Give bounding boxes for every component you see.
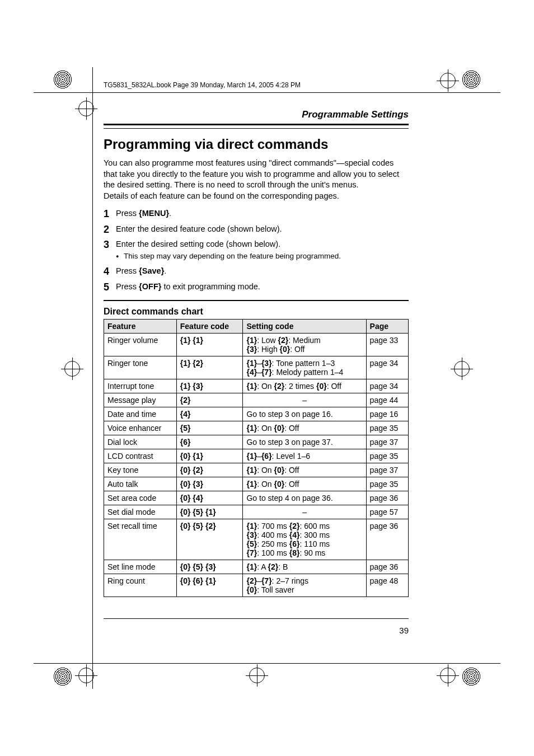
feature-cell: Dial lock xyxy=(104,435,177,449)
table-header: Page xyxy=(366,320,408,334)
page-cell: page 33 xyxy=(366,334,408,356)
feature-cell: Auto talk xyxy=(104,477,177,491)
crop-line xyxy=(92,67,93,689)
feature-cell: Message play xyxy=(104,393,177,407)
chart-heading: Direct commands chart xyxy=(104,307,409,317)
page-cell: page 36 xyxy=(366,519,408,560)
page-cell: page 35 xyxy=(366,449,408,463)
table-row: Interrupt tone{1} {3}{1}: On {2}: 2 time… xyxy=(104,379,409,393)
page-cell: page 35 xyxy=(366,421,408,435)
table-row: Set dial mode{0} {5} {1}–page 57 xyxy=(104,505,409,519)
page-number: 39 xyxy=(104,626,409,635)
registration-mark xyxy=(440,73,456,88)
crop-line xyxy=(34,663,500,664)
table-row: Ringer tone{1} {2}{1}–{3}: Tone pattern … xyxy=(104,356,409,379)
feature-cell: Set dial mode xyxy=(104,505,177,519)
setting-code-cell: {1}: On {0}: Off xyxy=(243,463,366,477)
feature-code-cell: {0} {4} xyxy=(176,491,243,505)
setting-code-cell: – xyxy=(243,505,366,519)
table-row: Set area code{0} {4}Go to step 4 on page… xyxy=(104,491,409,505)
feature-code-cell: {0} {2} xyxy=(176,463,243,477)
feature-code-cell: {6} xyxy=(176,435,243,449)
setting-code-cell: {1}: On {2}: 2 times {0}: Off xyxy=(243,379,366,393)
page-cell: page 34 xyxy=(366,379,408,393)
printers-mark xyxy=(53,70,72,89)
setting-code-cell: {1}: On {0}: Off xyxy=(243,477,366,491)
page-cell: page 44 xyxy=(366,393,408,407)
registration-mark xyxy=(454,361,470,377)
table-header: Feature code xyxy=(176,320,243,334)
table-row: Set recall time{0} {5} {2}{1}: 700 ms {2… xyxy=(104,519,409,560)
feature-code-cell: {0} {1} xyxy=(176,449,243,463)
steps-list: 1Press MENU.2Enter the desired feature c… xyxy=(104,208,409,292)
table-row: Ring count{0} {6} {1}{2}–{7}: 2–7 rings{… xyxy=(104,574,409,597)
page-cell: page 37 xyxy=(366,435,408,449)
feature-code-cell: {4} xyxy=(176,407,243,421)
page-cell: page 37 xyxy=(366,463,408,477)
step-sub: This step may vary depending on the feat… xyxy=(116,251,409,261)
page-cell: page 57 xyxy=(366,505,408,519)
registration-mark xyxy=(249,668,265,683)
page-cell: page 36 xyxy=(366,491,408,505)
registration-mark xyxy=(78,101,94,116)
feature-code-cell: {1} {2} xyxy=(176,356,243,379)
setting-code-cell: Go to step 3 on page 37. xyxy=(243,435,366,449)
setting-code-cell: {1}: Low {2}: Medium{3}: High {0}: Off xyxy=(243,334,366,356)
setting-code-cell: {1}: 700 ms {2}: 600 ms{3}: 400 ms {4}: … xyxy=(243,519,366,560)
page-cell: page 36 xyxy=(366,560,408,574)
footer-rule xyxy=(104,618,409,619)
registration-mark xyxy=(78,668,94,683)
rule xyxy=(104,300,409,301)
feature-code-cell: {0} {5} {1} xyxy=(176,505,243,519)
page-cell: page 48 xyxy=(366,574,408,597)
table-row: Date and time{4}Go to step 3 on page 16.… xyxy=(104,407,409,421)
setting-code-cell: {1}: A {2}: B xyxy=(243,560,366,574)
feature-cell: Voice enhancer xyxy=(104,421,177,435)
page-cell: page 16 xyxy=(366,407,408,421)
table-row: Set line mode{0} {5} {3}{1}: A {2}: Bpag… xyxy=(104,560,409,574)
registration-mark xyxy=(440,668,456,683)
page-cell: page 35 xyxy=(366,477,408,491)
table-row: LCD contrast{0} {1}{1}–{6}: Level 1–6pag… xyxy=(104,449,409,463)
feature-cell: Set line mode xyxy=(104,560,177,574)
table-header: Setting code xyxy=(243,320,366,334)
printers-mark xyxy=(462,70,481,89)
feature-code-cell: {2} xyxy=(176,393,243,407)
direct-commands-table: FeatureFeature codeSetting codePage Ring… xyxy=(104,319,409,597)
registration-mark xyxy=(64,361,80,377)
printers-mark xyxy=(53,667,72,686)
double-rule xyxy=(104,124,409,129)
table-row: Auto talk{0} {3}{1}: On {0}: Offpage 35 xyxy=(104,477,409,491)
feature-cell: Set recall time xyxy=(104,519,177,560)
feature-cell: Date and time xyxy=(104,407,177,421)
setting-code-cell: {1}: On {0}: Off xyxy=(243,421,366,435)
step-item: 1Press MENU. xyxy=(104,208,409,219)
feature-cell: Ringer volume xyxy=(104,334,177,356)
feature-code-cell: {1} {1} xyxy=(176,334,243,356)
feature-cell: Set area code xyxy=(104,491,177,505)
crop-line xyxy=(34,92,500,93)
intro-paragraph: You can also programme most features usi… xyxy=(104,158,409,201)
setting-code-cell: – xyxy=(243,393,366,407)
feature-code-cell: {0} {5} {2} xyxy=(176,519,243,560)
step-item: 4Press Save. xyxy=(104,266,409,277)
feature-cell: Ringer tone xyxy=(104,356,177,379)
feature-cell: Interrupt tone xyxy=(104,379,177,393)
step-item: 5Press OFF to exit programming mode. xyxy=(104,281,409,293)
feature-code-cell: {5} xyxy=(176,421,243,435)
running-head: TG5831_5832AL.book Page 39 Monday, March… xyxy=(104,81,301,89)
setting-code-cell: Go to step 3 on page 16. xyxy=(243,407,366,421)
setting-code-cell: {1}–{3}: Tone pattern 1–3{4}–{7}: Melody… xyxy=(243,356,366,379)
table-row: Voice enhancer{5}{1}: On {0}: Offpage 35 xyxy=(104,421,409,435)
table-row: Ringer volume{1} {1}{1}: Low {2}: Medium… xyxy=(104,334,409,356)
feature-code-cell: {1} {3} xyxy=(176,379,243,393)
table-row: Key tone{0} {2}{1}: On {0}: Offpage 37 xyxy=(104,463,409,477)
page-title: Programming via direct commands xyxy=(104,137,409,152)
table-row: Dial lock{6}Go to step 3 on page 37.page… xyxy=(104,435,409,449)
setting-code-cell: Go to step 4 on page 36. xyxy=(243,491,366,505)
feature-cell: LCD contrast xyxy=(104,449,177,463)
step-item: 3Enter the desired setting code (shown b… xyxy=(104,239,409,261)
table-header: Feature xyxy=(104,320,177,334)
feature-cell: Ring count xyxy=(104,574,177,597)
feature-code-cell: {0} {6} {1} xyxy=(176,574,243,597)
